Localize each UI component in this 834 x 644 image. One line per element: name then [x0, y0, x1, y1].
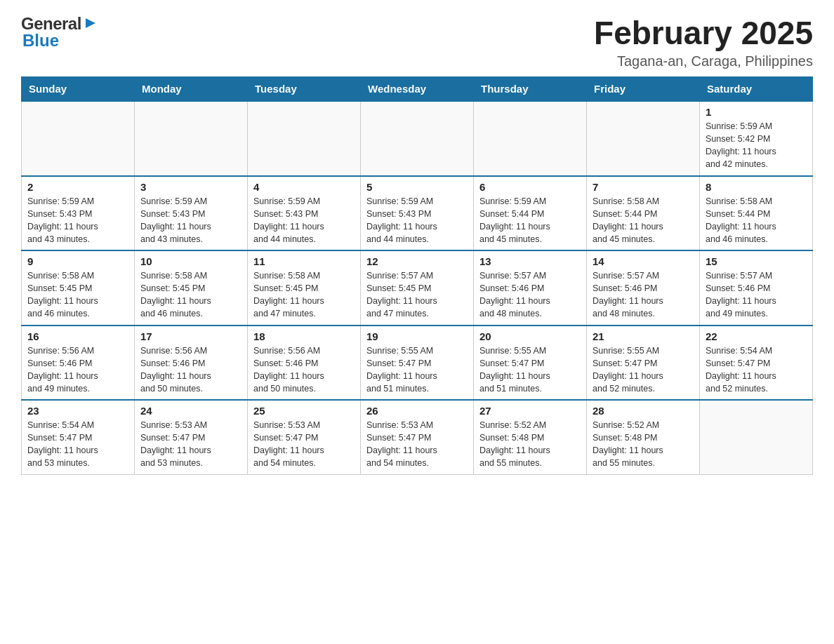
calendar-cell: 5Sunrise: 5:59 AM Sunset: 5:43 PM Daylig… — [361, 176, 474, 251]
calendar-header-friday: Friday — [587, 77, 700, 102]
calendar-cell: 4Sunrise: 5:59 AM Sunset: 5:43 PM Daylig… — [248, 176, 361, 251]
calendar-cell: 2Sunrise: 5:59 AM Sunset: 5:43 PM Daylig… — [22, 176, 135, 251]
calendar-week-row: 9Sunrise: 5:58 AM Sunset: 5:45 PM Daylig… — [22, 250, 813, 326]
calendar-cell: 19Sunrise: 5:55 AM Sunset: 5:47 PM Dayli… — [361, 326, 474, 401]
calendar-cell — [587, 101, 700, 176]
calendar-cell: 10Sunrise: 5:58 AM Sunset: 5:45 PM Dayli… — [135, 250, 248, 326]
day-number: 26 — [366, 405, 468, 417]
calendar-cell: 7Sunrise: 5:58 AM Sunset: 5:44 PM Daylig… — [587, 176, 700, 251]
calendar-cell: 11Sunrise: 5:58 AM Sunset: 5:45 PM Dayli… — [248, 250, 361, 326]
day-info: Sunrise: 5:55 AM Sunset: 5:47 PM Dayligh… — [593, 344, 694, 396]
day-info: Sunrise: 5:54 AM Sunset: 5:47 PM Dayligh… — [27, 419, 128, 470]
logo-triangle-icon — [83, 15, 98, 31]
calendar-cell: 12Sunrise: 5:57 AM Sunset: 5:45 PM Dayli… — [361, 250, 474, 326]
day-info: Sunrise: 5:59 AM Sunset: 5:43 PM Dayligh… — [27, 195, 128, 246]
calendar-week-row: 1Sunrise: 5:59 AM Sunset: 5:42 PM Daylig… — [22, 101, 813, 176]
day-info: Sunrise: 5:58 AM Sunset: 5:45 PM Dayligh… — [27, 269, 128, 321]
day-number: 19 — [366, 330, 468, 342]
calendar-cell: 25Sunrise: 5:53 AM Sunset: 5:47 PM Dayli… — [248, 400, 361, 474]
day-number: 7 — [593, 181, 694, 193]
day-info: Sunrise: 5:53 AM Sunset: 5:47 PM Dayligh… — [366, 419, 468, 470]
calendar-header-thursday: Thursday — [474, 77, 587, 102]
calendar-cell: 24Sunrise: 5:53 AM Sunset: 5:47 PM Dayli… — [135, 400, 248, 474]
day-number: 15 — [706, 255, 807, 267]
calendar-cell — [700, 400, 813, 474]
calendar-cell: 13Sunrise: 5:57 AM Sunset: 5:46 PM Dayli… — [474, 250, 587, 326]
day-number: 18 — [253, 330, 355, 342]
calendar-cell: 22Sunrise: 5:54 AM Sunset: 5:47 PM Dayli… — [700, 326, 813, 401]
calendar-cell: 9Sunrise: 5:58 AM Sunset: 5:45 PM Daylig… — [22, 250, 135, 326]
day-info: Sunrise: 5:56 AM Sunset: 5:46 PM Dayligh… — [27, 344, 128, 396]
page-header: General Blue February 2025 Tagana-an, Ca… — [21, 14, 813, 69]
calendar-cell: 28Sunrise: 5:52 AM Sunset: 5:48 PM Dayli… — [587, 400, 700, 474]
calendar-cell: 14Sunrise: 5:57 AM Sunset: 5:46 PM Dayli… — [587, 250, 700, 326]
calendar-cell: 20Sunrise: 5:55 AM Sunset: 5:47 PM Dayli… — [474, 326, 587, 401]
day-info: Sunrise: 5:57 AM Sunset: 5:45 PM Dayligh… — [366, 269, 468, 321]
day-number: 8 — [706, 181, 807, 193]
day-info: Sunrise: 5:53 AM Sunset: 5:47 PM Dayligh… — [140, 419, 241, 470]
day-info: Sunrise: 5:59 AM Sunset: 5:43 PM Dayligh… — [253, 195, 355, 246]
calendar-cell — [474, 101, 587, 176]
day-info: Sunrise: 5:59 AM Sunset: 5:43 PM Dayligh… — [366, 195, 468, 246]
day-number: 12 — [366, 255, 468, 267]
logo-blue-text: Blue — [22, 31, 59, 51]
calendar-header-wednesday: Wednesday — [361, 77, 474, 102]
calendar-cell: 17Sunrise: 5:56 AM Sunset: 5:46 PM Dayli… — [135, 326, 248, 401]
day-number: 5 — [366, 181, 468, 193]
calendar-cell — [135, 101, 248, 176]
calendar-cell: 21Sunrise: 5:55 AM Sunset: 5:47 PM Dayli… — [587, 326, 700, 401]
day-info: Sunrise: 5:57 AM Sunset: 5:46 PM Dayligh… — [706, 269, 807, 321]
calendar-cell: 23Sunrise: 5:54 AM Sunset: 5:47 PM Dayli… — [22, 400, 135, 474]
day-info: Sunrise: 5:57 AM Sunset: 5:46 PM Dayligh… — [479, 269, 581, 321]
day-number: 28 — [593, 405, 694, 417]
day-info: Sunrise: 5:52 AM Sunset: 5:48 PM Dayligh… — [593, 419, 694, 470]
calendar-cell — [248, 101, 361, 176]
day-info: Sunrise: 5:58 AM Sunset: 5:44 PM Dayligh… — [593, 195, 694, 246]
calendar-cell: 26Sunrise: 5:53 AM Sunset: 5:47 PM Dayli… — [361, 400, 474, 474]
day-number: 4 — [253, 181, 355, 193]
day-number: 16 — [27, 330, 128, 342]
day-number: 1 — [706, 106, 807, 118]
day-number: 6 — [479, 181, 581, 193]
calendar-week-row: 2Sunrise: 5:59 AM Sunset: 5:43 PM Daylig… — [22, 176, 813, 251]
calendar-cell: 3Sunrise: 5:59 AM Sunset: 5:43 PM Daylig… — [135, 176, 248, 251]
day-number: 21 — [593, 330, 694, 342]
day-number: 14 — [593, 255, 694, 267]
day-info: Sunrise: 5:57 AM Sunset: 5:46 PM Dayligh… — [593, 269, 694, 321]
day-info: Sunrise: 5:59 AM Sunset: 5:43 PM Dayligh… — [140, 195, 241, 246]
day-number: 9 — [27, 255, 128, 267]
month-title: February 2025 — [594, 14, 813, 52]
day-number: 13 — [479, 255, 581, 267]
day-info: Sunrise: 5:54 AM Sunset: 5:47 PM Dayligh… — [706, 344, 807, 396]
day-info: Sunrise: 5:59 AM Sunset: 5:44 PM Dayligh… — [479, 195, 581, 246]
calendar-header-tuesday: Tuesday — [248, 77, 361, 102]
svg-marker-0 — [86, 18, 95, 28]
day-info: Sunrise: 5:53 AM Sunset: 5:47 PM Dayligh… — [253, 419, 355, 470]
day-number: 17 — [140, 330, 241, 342]
day-number: 3 — [140, 181, 241, 193]
logo: General Blue — [21, 14, 98, 51]
calendar-cell: 18Sunrise: 5:56 AM Sunset: 5:46 PM Dayli… — [248, 326, 361, 401]
calendar-cell: 8Sunrise: 5:58 AM Sunset: 5:44 PM Daylig… — [700, 176, 813, 251]
day-info: Sunrise: 5:56 AM Sunset: 5:46 PM Dayligh… — [140, 344, 241, 396]
calendar-header-row: SundayMondayTuesdayWednesdayThursdayFrid… — [22, 77, 813, 102]
calendar-header-sunday: Sunday — [22, 77, 135, 102]
calendar-cell — [22, 101, 135, 176]
calendar-cell: 16Sunrise: 5:56 AM Sunset: 5:46 PM Dayli… — [22, 326, 135, 401]
calendar-table: SundayMondayTuesdayWednesdayThursdayFrid… — [21, 76, 813, 475]
calendar-week-row: 23Sunrise: 5:54 AM Sunset: 5:47 PM Dayli… — [22, 400, 813, 474]
day-info: Sunrise: 5:56 AM Sunset: 5:46 PM Dayligh… — [253, 344, 355, 396]
day-number: 10 — [140, 255, 241, 267]
day-info: Sunrise: 5:58 AM Sunset: 5:44 PM Dayligh… — [706, 195, 807, 246]
day-number: 20 — [479, 330, 581, 342]
day-number: 2 — [27, 181, 128, 193]
calendar-cell: 1Sunrise: 5:59 AM Sunset: 5:42 PM Daylig… — [700, 101, 813, 176]
day-info: Sunrise: 5:58 AM Sunset: 5:45 PM Dayligh… — [253, 269, 355, 321]
day-number: 23 — [27, 405, 128, 417]
calendar-cell — [361, 101, 474, 176]
title-area: February 2025 Tagana-an, Caraga, Philipp… — [594, 14, 813, 69]
day-info: Sunrise: 5:55 AM Sunset: 5:47 PM Dayligh… — [479, 344, 581, 396]
day-info: Sunrise: 5:58 AM Sunset: 5:45 PM Dayligh… — [140, 269, 241, 321]
calendar-cell: 27Sunrise: 5:52 AM Sunset: 5:48 PM Dayli… — [474, 400, 587, 474]
day-number: 27 — [479, 405, 581, 417]
